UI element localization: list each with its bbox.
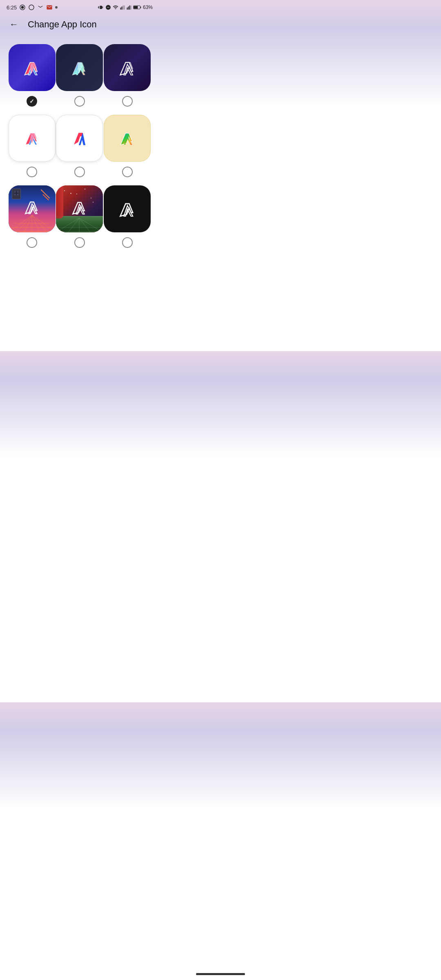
retro-logo-svg [19,195,45,219]
svg-rect-3 [122,6,123,10]
svg-rect-11 [134,6,138,9]
icon-cell-3 [103,44,151,115]
radio-icon-5[interactable] [74,167,85,177]
whatsapp-icon [28,4,35,11]
svg-rect-1 [120,8,121,10]
status-left: 6:25 [7,4,58,11]
logo-svg-6 [114,125,140,151]
radio-icon-8[interactable] [74,237,85,248]
battery-icon [133,5,141,10]
svg-rect-4 [124,6,125,10]
page-title: Change App Icon [28,19,97,30]
page-header: ← Change App Icon [0,12,159,40]
vibrate-icon [98,4,104,10]
icon-cell-1 [8,44,56,115]
radio-icon-2[interactable] [74,96,85,107]
gmail-icon [46,4,53,11]
wifi-icon [113,4,118,10]
svg-rect-6 [128,7,129,10]
app-icon-1[interactable] [9,44,56,91]
radio-icon-1[interactable] [27,96,37,107]
svg-rect-5 [127,8,127,10]
app-icon-6[interactable] [104,115,151,162]
app-icon-8[interactable] [56,185,103,232]
icons-grid [0,40,159,256]
logo-svg-9 [113,195,142,223]
back-arrow-icon: ← [9,19,18,30]
signal-icon [120,4,125,10]
icon-cell-2 [56,44,104,115]
time-display: 6:25 [7,4,17,11]
notification-icon [19,4,26,11]
status-right: 63% [98,4,153,10]
app-icon-2[interactable] [56,44,103,91]
svg-rect-7 [129,6,130,10]
icon-cell-8 [56,185,104,256]
app-icon-4[interactable] [9,115,56,162]
logo-svg-3 [113,53,142,82]
app-icon-7[interactable] [9,185,56,232]
space-logo-svg [66,196,93,219]
icon-cell-4 [8,115,56,185]
radio-icon-3[interactable] [122,96,133,107]
icon-cell-9 [103,185,151,256]
radio-icon-7[interactable] [27,237,37,248]
logo-svg-5 [66,125,93,151]
icon-cell-6 [103,115,151,185]
logo-svg-4 [19,125,45,151]
radio-icon-9[interactable] [122,237,133,248]
logo-svg-2 [65,53,94,82]
app-icon-3[interactable] [104,44,151,91]
radio-icon-4[interactable] [27,167,37,177]
svg-point-0 [21,6,24,9]
svg-rect-10 [140,7,141,8]
missed-call-icon [37,4,44,11]
icon-cell-7 [8,185,56,256]
app-icon-9[interactable] [104,185,151,232]
svg-rect-8 [130,6,131,10]
back-button[interactable]: ← [7,17,21,32]
dot-indicator [55,6,58,9]
svg-rect-2 [121,7,122,10]
battery-percent: 63% [143,4,153,10]
icon-cell-5 [56,115,104,185]
logo-svg-1 [18,53,46,82]
app-icon-5[interactable] [56,115,103,162]
status-bar: 6:25 63% [0,0,159,12]
signal2-icon [127,4,131,10]
dnd-icon [105,4,111,10]
radio-icon-6[interactable] [122,167,133,177]
